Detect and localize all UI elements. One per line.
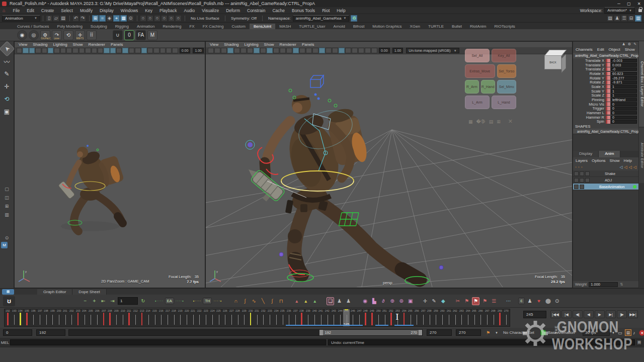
layer-zoo-icon[interactable]: ◁ xyxy=(624,165,627,169)
delete-key-icon[interactable]: − xyxy=(82,297,89,305)
timeline-frame-193[interactable]: 193 xyxy=(11,309,18,326)
statusline-icon[interactable]: ↷ xyxy=(79,15,86,22)
auto-key-icon[interactable]: ● xyxy=(639,329,644,336)
timeline-frame-200[interactable]: 200 xyxy=(56,309,62,326)
panel-layout-icon[interactable]: ▦ xyxy=(2,289,14,295)
viewport-toolbar-icon[interactable] xyxy=(141,48,147,53)
th-button[interactable]: TH xyxy=(203,298,212,304)
layer-zoo-icon[interactable]: ◁ xyxy=(619,165,622,169)
viewport-menu-lighting[interactable]: Lighting xyxy=(245,42,259,47)
layer-toggle-box[interactable] xyxy=(580,171,584,176)
scale-tool[interactable]: ▣ xyxy=(2,106,13,117)
view-cube-front[interactable]: BACK xyxy=(544,55,561,69)
prev-key-icon[interactable]: ⇤ xyxy=(100,297,107,305)
shelf-tab-turtle[interactable]: TURTLE xyxy=(424,24,448,29)
viewport-toolbar-icon[interactable] xyxy=(60,48,66,53)
layer-create-icon[interactable]: ◦ xyxy=(581,165,583,169)
timeline-frame-214[interactable]: 214 xyxy=(145,309,151,326)
exposure-field[interactable]: 0.00 xyxy=(379,48,390,53)
menu-constrain[interactable]: Constrain xyxy=(244,8,269,13)
timeline-frame-219[interactable]: 219 xyxy=(177,309,184,326)
timeline-frame-239[interactable]: 239 xyxy=(305,309,311,326)
timeline-frame-266[interactable]: 266 xyxy=(477,309,484,326)
view-cube[interactable]: BACK xyxy=(544,50,567,72)
timeline-frame-242[interactable]: 242 xyxy=(324,309,331,326)
timeline-frame-215[interactable]: 215 xyxy=(151,309,158,326)
timeline-frame-260[interactable]: 260 xyxy=(439,309,446,326)
motion-trail-icon[interactable]: ◉ xyxy=(361,297,369,305)
shelf-tab-motion-graphics[interactable]: Motion Graphics xyxy=(368,24,406,29)
picker-button-extras-move[interactable]: Extras_Move xyxy=(465,64,495,78)
menu-file[interactable]: File xyxy=(9,8,23,13)
shelf-tab-bifrost[interactable]: Bifrost xyxy=(349,24,369,29)
shelf-item-ctrlpalc[interactable]: ⚙CtrLPaLC xyxy=(40,30,50,40)
time-slider[interactable]: 1921931941951961971981992002012022032042… xyxy=(4,309,510,327)
statusline-icon[interactable]: ⌖ xyxy=(113,15,120,22)
timeline-frame-257[interactable]: 257 xyxy=(420,309,427,326)
timeline-frame-270[interactable]: 270 xyxy=(503,309,510,326)
channel-value-field[interactable]: 1 xyxy=(611,89,637,93)
channel-value-field[interactable]: 0 xyxy=(611,120,637,124)
playback-start-field[interactable]: 192 xyxy=(36,329,65,336)
statusline-icon[interactable]: ▤ xyxy=(60,15,66,22)
layer-toggle-box[interactable] xyxy=(580,178,584,183)
layout-single[interactable]: ▢ xyxy=(3,186,12,193)
viewport-toolbar-icon[interactable] xyxy=(72,48,78,53)
viewport-menu-panels[interactable]: Panels xyxy=(302,42,314,47)
step-back-button[interactable]: ◀ xyxy=(584,310,594,318)
shelf-item-fa[interactable]: FA xyxy=(136,30,146,40)
timeline-frame-202[interactable]: 202 xyxy=(68,309,75,326)
layer-editor-tab-display[interactable]: Display xyxy=(573,151,599,157)
timeline-frame-265[interactable]: 265 xyxy=(471,309,477,326)
viewport-menu-view[interactable]: View xyxy=(19,42,27,47)
chevron-down-icon[interactable]: ▼ xyxy=(495,329,498,336)
statusline-icon[interactable]: ○ xyxy=(154,15,160,22)
diamond-icon[interactable]: ◆ xyxy=(439,297,447,305)
layer-zoo-icon[interactable]: ◁ xyxy=(629,165,632,169)
timeline-frame-222[interactable]: 222 xyxy=(196,309,203,326)
timeline-frame-232[interactable]: 232 xyxy=(260,309,267,326)
lasso-tool[interactable]: 〰 xyxy=(2,56,13,67)
statusline-icon[interactable]: ○ xyxy=(168,15,175,22)
menu-help[interactable]: Help xyxy=(333,8,349,13)
shelf-item-m[interactable]: M xyxy=(147,30,157,40)
play-forward-button[interactable]: ▶ xyxy=(595,310,605,318)
sphere-icon[interactable]: ⬤ xyxy=(544,297,552,305)
menu-modify[interactable]: Modify xyxy=(76,8,96,13)
viewport-toolbar-icon[interactable] xyxy=(54,48,59,53)
tab-graph-editor[interactable]: Graph Editor xyxy=(37,289,72,295)
viewport-toolbar-icon[interactable] xyxy=(332,48,338,53)
timeline-frame-230[interactable]: 230 xyxy=(248,309,254,326)
viewport-toolbar-icon[interactable] xyxy=(326,48,332,53)
playback-end-field[interactable]: 270 xyxy=(427,329,452,336)
grid-sphere2-icon[interactable]: ⊛ xyxy=(397,297,405,305)
channel-value-field[interactable]: 0.003 xyxy=(611,63,637,67)
cycle-icon[interactable]: ↻ xyxy=(139,297,147,305)
layer-toggle-box[interactable] xyxy=(585,178,590,183)
timeline-frame-251[interactable]: 251 xyxy=(381,309,388,326)
next-key-button[interactable]: |▶ xyxy=(617,310,627,318)
timeline-frame-197[interactable]: 197 xyxy=(37,309,43,326)
go-to-end-button[interactable]: ▶▶| xyxy=(628,310,638,318)
timeline-frame-224[interactable]: 224 xyxy=(209,309,216,326)
tangent-step-icon[interactable]: ⊓ xyxy=(277,297,285,305)
viewport-toolbar-icon[interactable] xyxy=(234,48,240,53)
bookmark-active-icon[interactable]: ⚑ xyxy=(472,297,479,305)
channel-value-field[interactable]: -0 xyxy=(611,67,637,71)
channel-value-field[interactable]: -9.871 xyxy=(611,80,637,84)
timeline-frame-206[interactable]: 206 xyxy=(94,309,101,326)
gamma-field[interactable]: 1.00 xyxy=(392,48,404,53)
menu-key[interactable]: Key xyxy=(141,8,156,13)
timeline-frame-241[interactable]: 241 xyxy=(317,309,324,326)
timeline-frame-263[interactable]: 263 xyxy=(458,309,465,326)
viewport-menu-panels[interactable]: Panels xyxy=(111,42,123,47)
viewport-toolbar-icon[interactable] xyxy=(23,48,28,53)
channel-value-field[interactable]: leftHand xyxy=(611,98,637,102)
layout-two[interactable]: ◫ xyxy=(3,194,12,201)
viewport-toolbar-icon[interactable] xyxy=(66,48,72,53)
expression-button[interactable]: Ɛ xyxy=(518,298,525,304)
pivot-icon[interactable]: ✛ xyxy=(421,297,429,305)
modeling-toolkit-badge[interactable]: M xyxy=(1,242,8,248)
maximize-button[interactable]: ▢ xyxy=(624,2,634,6)
shelf-tab-bensjoint[interactable]: BensJoint xyxy=(250,24,275,29)
